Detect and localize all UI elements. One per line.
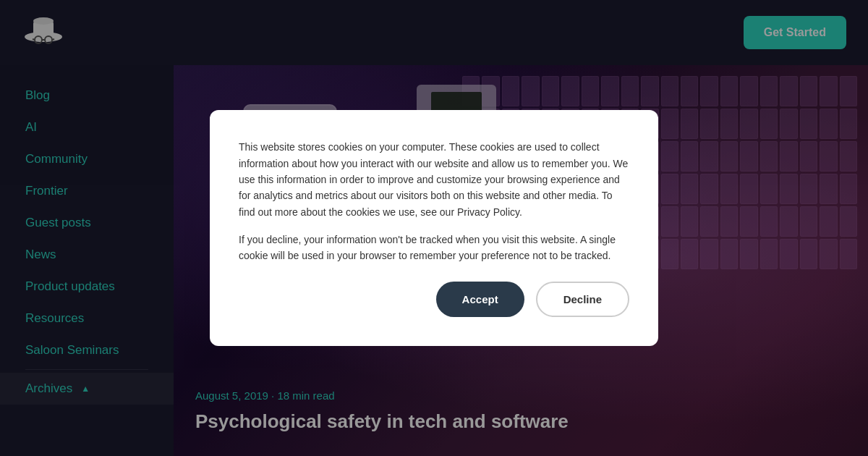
decline-button[interactable]: Decline [536,282,629,317]
modal-overlay: This website stores cookies on your comp… [0,0,868,456]
accept-button[interactable]: Accept [436,282,524,317]
cookie-modal: This website stores cookies on your comp… [210,110,658,346]
modal-actions: Accept Decline [239,282,629,317]
cookie-text-1: This website stores cookies on your comp… [239,139,629,220]
cookie-text-2: If you decline, your information won't b… [239,232,629,264]
